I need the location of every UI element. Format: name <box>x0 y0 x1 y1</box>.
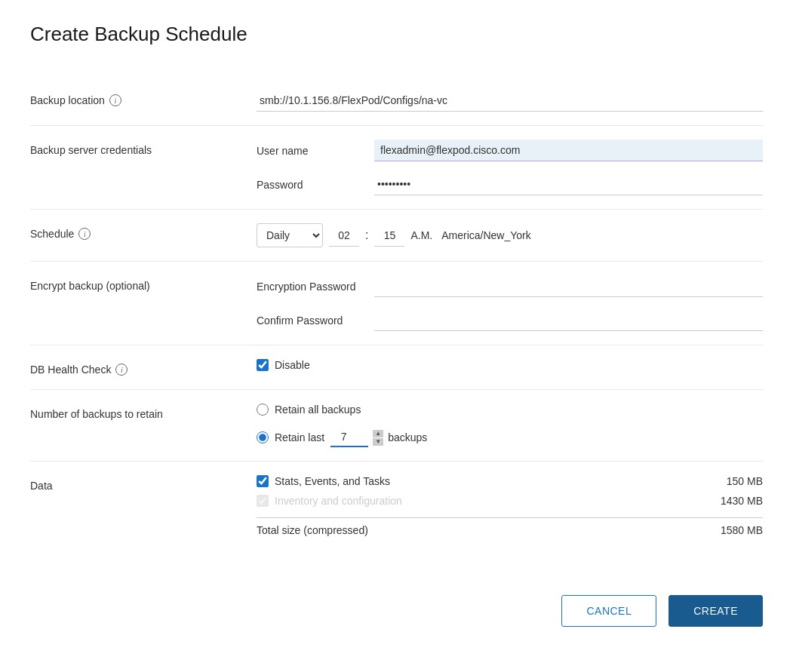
schedule-timezone: America/New_York <box>441 229 531 241</box>
retain-all-row: Retain all backups <box>257 404 763 416</box>
data-label: Data <box>30 475 257 492</box>
data-content: Stats, Events, and Tasks 150 MB Inventor… <box>257 475 763 536</box>
password-field-label: Password <box>257 179 362 191</box>
total-size: 1580 MB <box>721 524 763 536</box>
encryption-password-label: Encryption Password <box>257 281 362 293</box>
data-item-2-left: Inventory and configuration <box>257 495 402 507</box>
db-health-check-row: DB Health Check i Disable <box>30 345 763 389</box>
schedule-content: Daily Weekly Monthly : A.M. America/New_… <box>257 223 763 247</box>
data-item-2: Inventory and configuration 1430 MB <box>257 495 763 507</box>
data-row: Data Stats, Events, and Tasks 150 MB <box>30 462 763 550</box>
backup-location-content <box>257 90 763 112</box>
retain-last-radio[interactable] <box>257 431 269 443</box>
schedule-frequency-select[interactable]: Daily Weekly Monthly <box>257 223 323 247</box>
username-field-label: User name <box>257 145 362 157</box>
time-separator: : <box>365 229 368 242</box>
schedule-row: Schedule i Daily Weekly Monthly : A.M. A… <box>30 210 763 261</box>
data-item-inventory-checkbox[interactable] <box>257 495 269 507</box>
spinner-buttons: ▲ ▼ <box>373 430 383 446</box>
data-item-stats-checkbox[interactable] <box>257 475 269 487</box>
encrypt-backup-content: Encryption Password Confirm Password <box>257 275 763 331</box>
cancel-button[interactable]: CANCEL <box>561 595 656 627</box>
page-container: Create Backup Schedule Backup location i… <box>0 0 793 672</box>
number-of-backups-content: Retain all backups Retain last ▲ ▼ backu… <box>257 404 763 447</box>
backup-server-credentials-row: Backup server credentials User name Pass… <box>30 126 763 209</box>
schedule-minute-input[interactable] <box>374 225 404 247</box>
retain-input-group: ▲ ▼ backups <box>330 428 427 447</box>
encryption-password-input[interactable] <box>374 275 763 297</box>
total-label: Total size (compressed) <box>257 524 368 536</box>
backup-server-credentials-content: User name Password <box>257 140 763 195</box>
username-row: User name <box>257 140 763 161</box>
form-section: Backup location i Backup server credenti… <box>30 76 763 550</box>
page-title: Create Backup Schedule <box>30 23 763 46</box>
schedule-info-icon[interactable]: i <box>78 228 91 240</box>
backup-location-label: Backup location i <box>30 90 257 106</box>
password-row: Password <box>257 173 763 195</box>
db-health-check-checkbox-label[interactable]: Disable <box>275 359 310 371</box>
data-items-wrapper: Stats, Events, and Tasks 150 MB Inventor… <box>257 475 763 536</box>
password-input[interactable] <box>374 173 763 195</box>
encrypt-backup-row: Encrypt backup (optional) Encryption Pas… <box>30 262 763 345</box>
button-row: CANCEL CREATE <box>30 595 763 642</box>
db-health-check-content: Disable <box>257 359 763 371</box>
schedule-label: Schedule i <box>30 223 257 240</box>
schedule-controls: Daily Weekly Monthly : A.M. America/New_… <box>257 223 763 247</box>
retain-last-row: Retain last ▲ ▼ backups <box>257 428 763 447</box>
data-item-inventory-size: 1430 MB <box>721 495 763 507</box>
confirm-password-input[interactable] <box>374 309 763 331</box>
radio-group: Retain all backups Retain last ▲ ▼ backu… <box>257 404 763 447</box>
create-button[interactable]: CREATE <box>669 595 763 627</box>
db-health-check-info-icon[interactable]: i <box>115 364 128 376</box>
backup-server-credentials-label: Backup server credentials <box>30 140 257 156</box>
db-health-check-checkbox-row: Disable <box>257 359 763 371</box>
data-item-1: Stats, Events, and Tasks 150 MB <box>257 475 763 487</box>
schedule-hour-input[interactable] <box>329 225 359 247</box>
retain-last-label[interactable]: Retain last <box>275 431 324 443</box>
confirm-password-label: Confirm Password <box>257 315 362 327</box>
data-item-stats-label[interactable]: Stats, Events, and Tasks <box>275 475 390 487</box>
data-item-inventory-label: Inventory and configuration <box>275 495 402 507</box>
encrypt-backup-label: Encrypt backup (optional) <box>30 275 257 292</box>
retain-all-label[interactable]: Retain all backups <box>275 404 361 416</box>
db-health-check-label: DB Health Check i <box>30 359 257 376</box>
spinner-down-button[interactable]: ▼ <box>373 438 383 446</box>
schedule-ampm: A.M. <box>410 229 432 241</box>
backups-suffix: backups <box>388 431 427 443</box>
encryption-password-row: Encryption Password <box>257 275 763 297</box>
backup-location-row: Backup location i <box>30 76 763 125</box>
data-item-1-left: Stats, Events, and Tasks <box>257 475 390 487</box>
backup-location-info-icon[interactable]: i <box>109 94 121 106</box>
data-item-stats-size: 150 MB <box>727 475 763 487</box>
retain-number-input[interactable] <box>330 428 368 447</box>
username-input[interactable] <box>374 140 763 161</box>
backup-location-input[interactable] <box>257 90 763 112</box>
retain-all-radio[interactable] <box>257 404 269 416</box>
total-row: Total size (compressed) 1580 MB <box>257 517 763 536</box>
number-of-backups-label: Number of backups to retain <box>30 404 257 420</box>
number-of-backups-row: Number of backups to retain Retain all b… <box>30 390 763 461</box>
spinner-up-button[interactable]: ▲ <box>373 430 383 437</box>
confirm-password-row: Confirm Password <box>257 309 763 331</box>
db-health-check-checkbox[interactable] <box>257 359 269 371</box>
